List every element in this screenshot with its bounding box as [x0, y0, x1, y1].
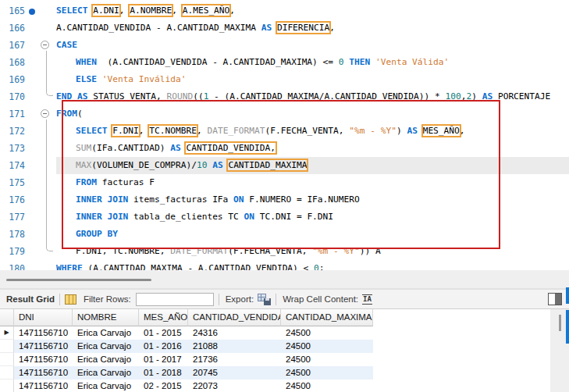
table-row[interactable]: 1471156710Erica Carvajo02 - 201522073245…	[0, 380, 373, 392]
code-line[interactable]: 178GROUP BY	[0, 226, 569, 243]
table-cell[interactable]: 1471156710	[14, 380, 73, 392]
table-cell[interactable]: 1471156710	[14, 326, 73, 340]
code-line[interactable]: 167CASE	[0, 37, 569, 54]
table-cell[interactable]: 24316	[188, 326, 281, 340]
code-line[interactable]: 165SELECT A.DNI, A.NOMBRE, A.MES_AÑO,	[0, 2, 569, 20]
table-row[interactable]: 1471156710Erica Carvajo01 - 201820745245…	[0, 366, 373, 380]
table-row[interactable]: ▶1471156710Erica Carvajo01 - 20152431624…	[0, 326, 373, 340]
table-cell[interactable]: 24500	[281, 340, 373, 353]
table-cell[interactable]: 01 - 2015	[139, 326, 188, 340]
code-text[interactable]: SELECT F.DNI, TC.NOMBRE, DATE_FORMAT(F.F…	[56, 123, 569, 140]
table-cell[interactable]: 01 - 2018	[139, 366, 188, 380]
code-token: (	[77, 109, 83, 119]
sql-editor[interactable]: 165SELECT A.DNI, A.NOMBRE, A.MES_AÑO,166…	[0, 0, 569, 270]
code-text[interactable]: WHEN (A.CANTIDAD_VENDIDA - A.CANTIDAD_MA…	[56, 54, 569, 71]
table-cell[interactable]: 01 - 2016	[139, 340, 188, 353]
table-cell[interactable]: Erica Carvajo	[73, 326, 139, 340]
code-text[interactable]: GROUP BY	[56, 226, 569, 243]
table-row[interactable]: 1471156710Erica Carvajo01 - 201721736245…	[0, 353, 373, 366]
code-token: ELSE	[76, 74, 102, 84]
table-cell[interactable]: 21088	[188, 340, 281, 353]
column-header-nombre[interactable]: NOMBRE	[73, 309, 139, 326]
breakpoint-icon	[29, 9, 35, 15]
fold-collapse-icon[interactable]	[41, 109, 49, 118]
code-text[interactable]: INNER JOIN tabla_de_clientes TC ON TC.DN…	[56, 208, 569, 226]
code-line[interactable]: 171FROM(	[0, 105, 569, 123]
table-cell[interactable]: 02 - 2015	[139, 380, 188, 392]
table-cell[interactable]: 01 - 2017	[139, 353, 188, 366]
wrap-cell-icon[interactable]: IA	[362, 294, 372, 305]
filter-rows-input[interactable]	[136, 293, 214, 306]
table-cell[interactable]: 1471156710	[14, 366, 73, 380]
window-edge-accent	[566, 287, 569, 304]
code-token: 10	[197, 160, 207, 170]
grid-vertical-scrollbar-thumb[interactable]	[559, 315, 561, 331]
row-marker: ▶	[0, 326, 14, 340]
code-text[interactable]: CASE	[56, 37, 569, 54]
table-cell[interactable]: 1471156710	[14, 353, 73, 366]
column-header-cantidad_maxima[interactable]: CANTIDAD_MAXIMA	[281, 309, 373, 326]
table-cell[interactable]: 24500	[281, 326, 373, 340]
code-line[interactable]: 166A.CANTIDAD_VENDIDA - A.CANTIDAD_MAXIM…	[0, 20, 569, 37]
code-line[interactable]: 176INNER JOIN items_facturas IFa ON F.NU…	[0, 191, 569, 208]
horizontal-scrollbar-thumb[interactable]	[6, 279, 151, 281]
code-token: WHEN	[76, 57, 97, 67]
panel-toggle-icon[interactable]	[548, 293, 562, 305]
orange-highlight-annotation: A.DNI	[93, 5, 119, 16]
fold-scope-line	[46, 51, 53, 96]
table-cell[interactable]: Erica Carvajo	[73, 366, 139, 380]
line-number: 175	[0, 177, 25, 188]
table-cell[interactable]: 22073	[188, 380, 281, 392]
table-cell[interactable]: 24500	[281, 380, 373, 392]
code-text[interactable]: FROM(	[56, 105, 569, 123]
table-row[interactable]: 1471156710Erica Carvajo01 - 201621088245…	[0, 340, 373, 353]
code-text[interactable]: F.DNI, TC.NOMBRE, DATE_FORMAT(F.FECHA_VE…	[56, 243, 569, 260]
result-grid-table[interactable]: DNINOMBREMES_AÑOCANTIDAD_VENDIDACANTIDAD…	[0, 309, 569, 392]
export-icon[interactable]	[258, 294, 271, 305]
window-edge-scrollbar-thumb[interactable]	[566, 310, 569, 344]
code-text[interactable]: MAX(VOLUMEN_DE_COMPRA)/10 AS CANTIDAD_MA…	[56, 157, 569, 174]
code-text[interactable]: END AS STATUS_VENTA, ROUND((1 - (A.CANTI…	[56, 88, 569, 105]
horizontal-scrollbar[interactable]	[0, 270, 569, 289]
toolbar-separator	[219, 294, 219, 305]
code-text[interactable]: SELECT A.DNI, A.NOMBRE, A.MES_AÑO,	[56, 2, 569, 20]
table-cell[interactable]: Erica Carvajo	[73, 353, 139, 366]
code-line[interactable]: 174MAX(VOLUMEN_DE_COMPRA)/10 AS CANTIDAD…	[0, 157, 569, 174]
code-line[interactable]: 169ELSE 'Venta Inválida'	[0, 71, 569, 88]
line-number: 165	[0, 5, 25, 16]
column-header-cantidad_vendida[interactable]: CANTIDAD_VENDIDA	[188, 309, 281, 326]
table-cell[interactable]: 24500	[281, 366, 373, 380]
line-number: 171	[0, 109, 25, 119]
wrap-cell-content-label: Wrap Cell Content:	[283, 294, 358, 304]
column-header-mes_año[interactable]: MES_AÑO	[139, 309, 188, 326]
code-line[interactable]: 179F.DNI, TC.NOMBRE, DATE_FORMAT(F.FECHA…	[0, 243, 569, 260]
line-number: 172	[0, 126, 25, 137]
code-line[interactable]: 175FROM facturas F	[0, 174, 569, 191]
table-cell[interactable]: 24500	[281, 353, 373, 366]
code-text[interactable]: FROM facturas F	[56, 174, 569, 191]
code-token: ,	[172, 5, 182, 16]
code-token: ON	[233, 194, 249, 205]
sql-editor-lines[interactable]: 165SELECT A.DNI, A.NOMBRE, A.MES_AÑO,166…	[0, 2, 569, 277]
table-cell[interactable]: Erica Carvajo	[73, 380, 139, 392]
table-cell[interactable]: Erica Carvajo	[73, 340, 139, 353]
code-line[interactable]: 177INNER JOIN tabla_de_clientes TC ON TC…	[0, 208, 569, 226]
code-token: INNER JOIN	[76, 212, 133, 222]
code-text[interactable]: A.CANTIDAD_VENDIDA - A.CANTIDAD_MAXIMA A…	[56, 20, 569, 37]
result-grid-icon[interactable]	[65, 294, 76, 305]
code-line[interactable]: 172SELECT F.DNI, TC.NOMBRE, DATE_FORMAT(…	[0, 123, 569, 140]
code-text[interactable]: ELSE 'Venta Inválida'	[56, 71, 569, 88]
table-cell[interactable]: 20745	[188, 366, 281, 380]
column-header-dni[interactable]: DNI	[14, 309, 73, 326]
fold-collapse-icon[interactable]	[41, 41, 49, 49]
table-cell[interactable]: 21736	[188, 353, 281, 366]
code-text[interactable]: SUM(IFa.CANTIDAD) AS CANTIDAD_VENDIDA,	[56, 140, 569, 157]
table-cell[interactable]: 1471156710	[14, 340, 73, 353]
code-line[interactable]: 170END AS STATUS_VENTA, ROUND((1 - (A.CA…	[0, 88, 569, 105]
code-line[interactable]: 173SUM(IFa.CANTIDAD) AS CANTIDAD_VENDIDA…	[0, 140, 569, 157]
code-token: SELECT	[56, 5, 93, 16]
code-token: "%m - %Y"	[349, 126, 397, 136]
code-line[interactable]: 168WHEN (A.CANTIDAD_VENDIDA - A.CANTIDAD…	[0, 54, 569, 71]
code-token: 100	[445, 91, 461, 102]
code-text[interactable]: INNER JOIN items_facturas IFa ON F.NUMER…	[56, 191, 569, 208]
